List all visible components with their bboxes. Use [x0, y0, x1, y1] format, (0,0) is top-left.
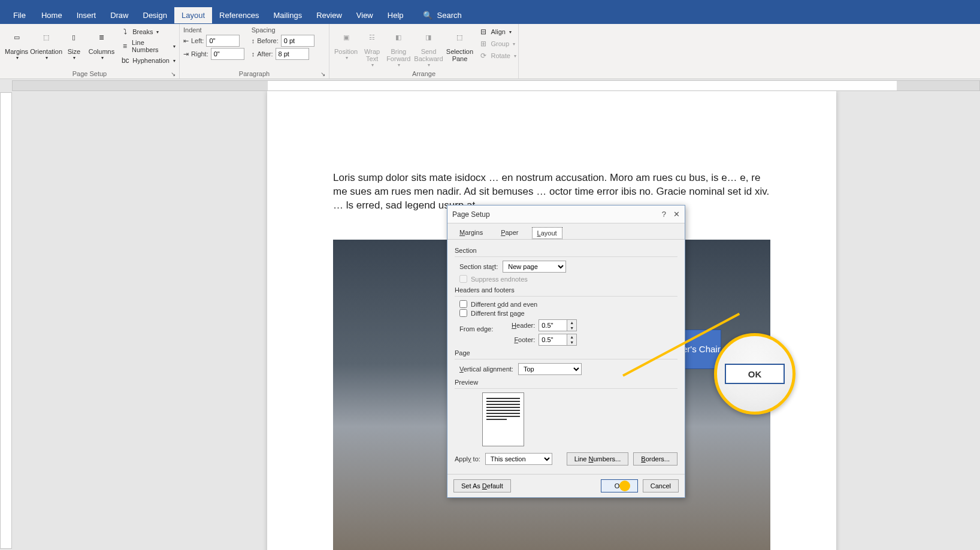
spacing-before-input[interactable]: [281, 35, 314, 47]
spinner-up-icon[interactable]: ▲: [567, 320, 576, 325]
position-label: Position: [334, 48, 358, 55]
line-numbers-button[interactable]: ≡ Line Numbers ▾: [120, 38, 176, 54]
indent-heading: Indent: [183, 26, 244, 34]
dialog-launcher-icon[interactable]: ↘: [320, 71, 325, 77]
indent-left-icon: ⇤: [183, 37, 189, 45]
search-box[interactable]: 🔍 Search: [423, 11, 462, 20]
tab-help[interactable]: Help: [380, 7, 411, 23]
close-icon[interactable]: ✕: [673, 210, 680, 219]
tab-design[interactable]: Design: [136, 7, 174, 23]
tab-home[interactable]: Home: [34, 7, 69, 23]
orientation-button[interactable]: ⬚ Orientation ▾: [32, 26, 61, 66]
size-button[interactable]: ▯ Size ▾: [63, 26, 85, 66]
size-label: Size: [68, 48, 80, 55]
ruler-horizontal[interactable]: [0, 79, 980, 92]
orientation-icon: ⬚: [37, 28, 56, 47]
title-bar: [0, 0, 980, 6]
ruler-vertical[interactable]: [0, 92, 12, 549]
spinner-down-icon[interactable]: ▼: [567, 325, 576, 331]
tab-layout[interactable]: Layout: [174, 7, 212, 23]
spacing-after-icon: ↕: [252, 50, 255, 58]
section-start-label: Section start:: [459, 263, 498, 270]
position-button[interactable]: ▣ Position ▾: [333, 26, 359, 69]
tab-review[interactable]: Review: [309, 7, 349, 23]
header-input[interactable]: [539, 319, 567, 331]
chevron-down-icon: ▾: [428, 62, 430, 68]
columns-label: Columns: [89, 48, 114, 55]
rotate-icon: ⟳: [479, 51, 488, 61]
indent-right-icon: ⇥: [183, 50, 189, 58]
wrap-text-label: Wrap Text: [362, 48, 382, 62]
diff-odd-even-checkbox[interactable]: [459, 300, 467, 308]
dialog-launcher-icon[interactable]: ↘: [171, 71, 176, 77]
cancel-button[interactable]: Cancel: [643, 479, 679, 492]
suppress-endnotes-checkbox: [459, 275, 467, 283]
chevron-down-icon: ▾: [514, 53, 516, 59]
indent-left-label: Left:: [191, 37, 204, 44]
hyphenation-icon: bc: [120, 56, 130, 65]
set-as-default-button[interactable]: Set As Default: [453, 479, 511, 492]
margins-button[interactable]: ▭ Margins ▾: [4, 26, 29, 66]
footer-spinner[interactable]: ▲▼: [539, 334, 577, 346]
spacing-after-input[interactable]: [276, 48, 309, 60]
footer-input[interactable]: [539, 334, 567, 346]
tab-mailings[interactable]: Mailings: [267, 7, 310, 23]
rotate-label: Rotate: [491, 52, 510, 59]
magnifier-callout: OK: [714, 333, 796, 415]
tab-margins[interactable]: Margins: [455, 227, 488, 239]
selection-pane-button[interactable]: ⬚ Selection Pane: [445, 26, 474, 69]
indent-left-input[interactable]: [206, 35, 240, 47]
bring-forward-icon: ◧: [389, 28, 408, 47]
margins-label: Margins: [5, 48, 28, 55]
align-button[interactable]: ⊟ Align ▾: [479, 26, 516, 37]
tab-layout-dialog[interactable]: Layout: [532, 227, 562, 239]
spacing-before-icon: ↕: [252, 37, 255, 44]
page-setup-dialog: Page Setup ? ✕ Margins Paper Layout Sect…: [447, 205, 685, 498]
spinner-down-icon[interactable]: ▼: [567, 340, 576, 345]
wrap-text-button[interactable]: ☷ Wrap Text ▾: [361, 26, 383, 69]
group-button[interactable]: ⊞ Group ▾: [479, 38, 516, 49]
tab-references[interactable]: References: [212, 7, 266, 23]
columns-icon: ≣: [92, 28, 111, 47]
tab-draw[interactable]: Draw: [103, 7, 135, 23]
size-icon: ▯: [64, 28, 83, 47]
apply-to-select[interactable]: This section: [485, 453, 552, 465]
align-label: Align: [491, 28, 505, 35]
send-backward-button[interactable]: ◨ Send Backward ▾: [414, 26, 443, 69]
tab-paper[interactable]: Paper: [496, 227, 523, 239]
menu-bar: File Home Insert Draw Design Layout Refe…: [0, 6, 980, 24]
hyphenation-button[interactable]: bc Hyphenation ▾: [120, 55, 176, 66]
margins-icon: ▭: [7, 28, 26, 47]
search-icon: 🔍: [423, 11, 432, 20]
header-label: Header:: [504, 322, 535, 329]
line-numbers-dialog-button[interactable]: Line Numbers...: [567, 452, 629, 466]
indent-right-input[interactable]: [211, 48, 244, 60]
chevron-down-icon: ▾: [156, 29, 159, 35]
bring-forward-button[interactable]: ◧ Bring Forward ▾: [385, 26, 412, 69]
diff-first-page-checkbox[interactable]: [459, 309, 467, 317]
help-icon[interactable]: ?: [662, 210, 666, 219]
wrap-text-icon: ☷: [362, 28, 382, 47]
bring-forward-label: Bring Forward: [386, 48, 410, 62]
chevron-down-icon: ▾: [371, 62, 374, 68]
chevron-down-icon: ▾: [513, 41, 515, 47]
breaks-label: Breaks: [132, 28, 153, 35]
spinner-up-icon[interactable]: ▲: [567, 334, 576, 340]
chevron-down-icon: ▾: [101, 55, 104, 61]
valign-select[interactable]: Top: [518, 363, 582, 375]
rotate-button[interactable]: ⟳ Rotate ▾: [479, 50, 516, 61]
borders-button[interactable]: Borders...: [633, 452, 677, 466]
group-label: Group: [491, 40, 509, 47]
header-spinner[interactable]: ▲▼: [539, 319, 577, 331]
breaks-button[interactable]: ⤵ Breaks ▾: [120, 26, 176, 37]
selection-pane-label: Selection Pane: [446, 48, 473, 62]
headers-heading: Headers and footers: [455, 286, 677, 294]
ribbon: ▭ Margins ▾ ⬚ Orientation ▾ ▯ Size ▾ ≣ C…: [0, 24, 980, 79]
tab-view[interactable]: View: [349, 7, 380, 23]
file-menu[interactable]: File: [5, 7, 34, 23]
columns-button[interactable]: ≣ Columns ▾: [87, 26, 116, 66]
section-start-select[interactable]: New page: [503, 261, 566, 273]
dialog-titlebar[interactable]: Page Setup ? ✕: [447, 206, 685, 223]
preview-thumbnail: [482, 392, 524, 446]
tab-insert[interactable]: Insert: [69, 7, 104, 23]
